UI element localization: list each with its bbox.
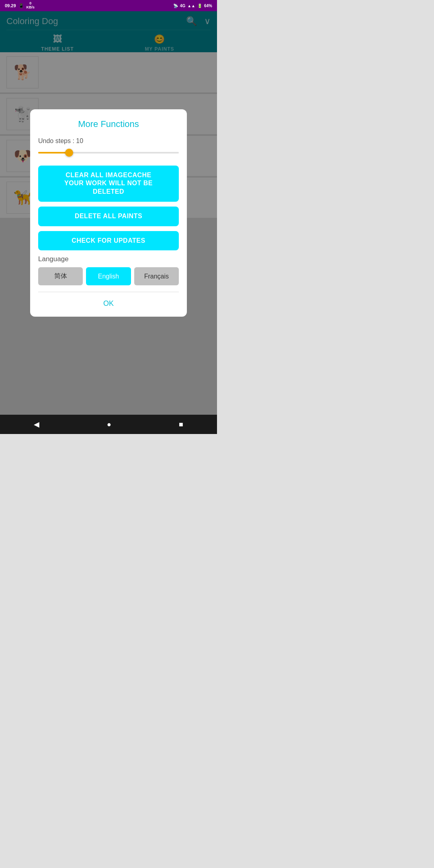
lang-fr-button[interactable]: Français — [134, 267, 179, 285]
dialog-divider — [38, 292, 179, 292]
language-label: Language — [38, 255, 179, 263]
dialog-title: More Functions — [38, 119, 179, 129]
home-button[interactable]: ● — [99, 417, 119, 432]
check-for-updates-button[interactable]: CHECK FOR UPDATES — [38, 231, 179, 251]
clear-cache-button[interactable]: CLEAR ALL IMAGECACHE YOUR WORK WILL NOT … — [38, 166, 179, 202]
lang-zh-button[interactable]: 简体 — [38, 267, 83, 285]
battery-percent: 64% — [204, 4, 212, 8]
signal-bars-icon: ▲▲ — [187, 4, 195, 8]
language-section: Language 简体 English Français — [38, 255, 179, 285]
lang-en-button[interactable]: English — [86, 267, 131, 285]
ok-button[interactable]: OK — [38, 297, 179, 310]
slider-thumb[interactable] — [65, 149, 73, 157]
slider-fill — [38, 152, 69, 154]
status-bar: 09.29 📱 0 KB/s 📡 4G ▲▲ 🔋 64% — [0, 0, 217, 11]
nav-bar: ◀ ● ■ — [0, 415, 217, 434]
time-display: 09.29 — [5, 3, 16, 8]
more-functions-dialog: More Functions Undo steps : 10 CLEAR ALL… — [30, 109, 187, 317]
phone-icon: 📱 — [18, 3, 24, 8]
cast-icon: 📡 — [173, 4, 178, 8]
battery-icon: 🔋 — [197, 4, 202, 8]
undo-steps-label: Undo steps : 10 — [38, 137, 179, 145]
slider-container[interactable] — [38, 148, 179, 158]
delete-all-paints-button[interactable]: DELETE ALL PAINTS — [38, 207, 179, 226]
recents-button[interactable]: ■ — [171, 417, 191, 432]
kb-display: 0 KB/s — [27, 2, 35, 10]
signal-icon: 4G — [180, 4, 185, 8]
modal-overlay: More Functions Undo steps : 10 CLEAR ALL… — [0, 11, 217, 415]
back-button[interactable]: ◀ — [26, 417, 47, 432]
